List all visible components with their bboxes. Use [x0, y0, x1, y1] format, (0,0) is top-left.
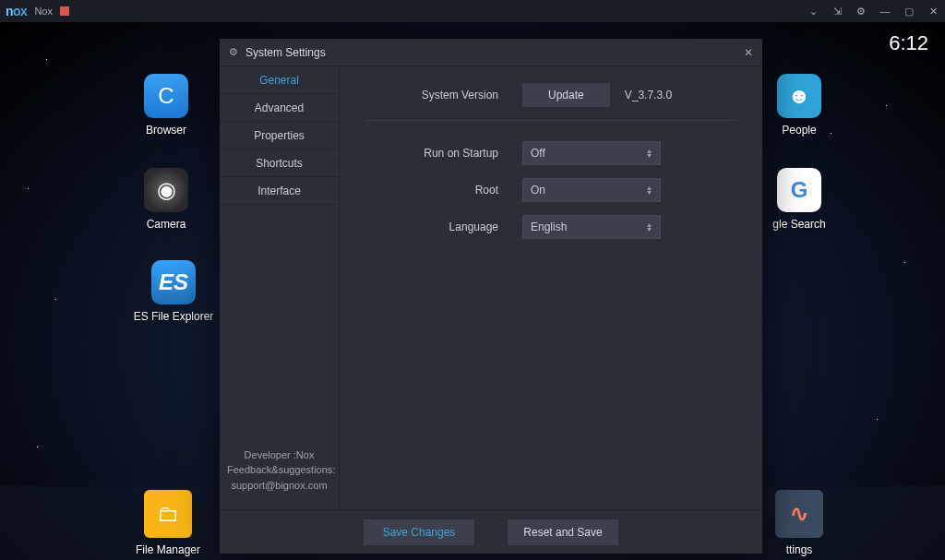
google-g-icon: G	[777, 168, 821, 212]
dropdown-root[interactable]: On ▲▼	[522, 178, 661, 202]
sidebar-item-label: Properties	[254, 129, 305, 142]
app-browser[interactable]: C Browser	[129, 74, 203, 137]
dialog-body: General Advanced Properties Shortcuts In…	[220, 66, 762, 509]
sidebar-item-advanced[interactable]: Advanced	[220, 94, 339, 122]
close-icon[interactable]: ✕	[927, 5, 939, 18]
dropdown-value: On	[531, 184, 545, 197]
feedback-label: Feedback&suggestions:	[227, 462, 331, 478]
sidebar-item-label: General	[259, 74, 299, 87]
settings-main: System Version Update V_3.7.3.0 Run on S…	[340, 66, 762, 509]
dialog-header: ⚙ System Settings ✕	[220, 39, 762, 66]
minimize-icon[interactable]: —	[879, 5, 891, 18]
sidebar-item-properties[interactable]: Properties	[220, 122, 339, 149]
close-icon[interactable]: ✕	[744, 46, 753, 59]
spinner-icon: ▲▼	[646, 185, 652, 195]
app-es-file-explorer[interactable]: ES ES File Explorer	[129, 260, 218, 323]
people-icon: ☻	[777, 74, 821, 118]
browser-icon: C	[144, 74, 188, 118]
desktop: 6:12 C Browser ◉ Camera ES ES File Explo…	[0, 22, 945, 560]
dropdown-run-on-startup[interactable]: Off ▲▼	[522, 141, 661, 165]
gear-icon[interactable]: ⚙	[855, 5, 867, 18]
es-icon: ES	[151, 260, 196, 304]
app-people[interactable]: ☻ People	[762, 74, 836, 137]
sidebar-item-shortcuts[interactable]: Shortcuts	[220, 149, 339, 177]
app-google-search[interactable]: G gle Search	[762, 168, 836, 231]
row-language: Language English ▲▼	[365, 215, 736, 239]
app-label: ES File Explorer	[129, 310, 218, 323]
titlebar-controls: ⌄ ⇲ ⚙ — ▢ ✕	[807, 5, 939, 18]
label-system-version: System Version	[365, 89, 522, 101]
sidebar-item-general[interactable]: General	[220, 66, 339, 94]
app-label: gle Search	[762, 218, 836, 231]
dialog-title: System Settings	[245, 46, 326, 59]
label-root: Root	[365, 184, 522, 197]
spinner-icon: ▲▼	[646, 149, 652, 158]
dock-label: ttings	[762, 543, 836, 556]
update-button[interactable]: Update	[522, 83, 610, 107]
row-run-on-startup: Run on Startup Off ▲▼	[365, 141, 736, 165]
app-label: People	[762, 124, 836, 137]
titlebar-left: nox Nox	[6, 4, 69, 18]
app-label: Camera	[129, 218, 203, 231]
button-label: Reset and Save	[523, 526, 602, 539]
sidebar-item-interface[interactable]: Interface	[220, 177, 339, 205]
dropdown-value: Off	[531, 147, 545, 160]
developer-text: Developer :Nox	[227, 447, 331, 463]
notification-badge-icon[interactable]	[60, 6, 69, 16]
reset-and-save-button[interactable]: Reset and Save	[508, 519, 618, 545]
sidebar-footer: Developer :Nox Feedback&suggestions: sup…	[220, 435, 339, 510]
sidebar-item-label: Advanced	[255, 101, 304, 114]
maximize-icon[interactable]: ▢	[903, 5, 915, 18]
titlebar-title: Nox	[34, 6, 53, 17]
pin-icon[interactable]: ⇲	[831, 5, 843, 18]
sliders-icon: ∿	[775, 490, 823, 538]
nox-logo: nox	[6, 4, 27, 18]
version-text: V_3.7.3.0	[625, 89, 672, 101]
clock: 6:12	[889, 31, 928, 55]
dropdown-language[interactable]: English ▲▼	[522, 215, 661, 239]
settings-sidebar: General Advanced Properties Shortcuts In…	[220, 66, 340, 509]
feedback-email: support@bignox.com	[227, 478, 331, 494]
button-label: Save Changes	[383, 526, 456, 539]
save-changes-button[interactable]: Save Changes	[364, 519, 474, 545]
folder-icon: 🗀	[144, 490, 192, 538]
chevron-down-icon[interactable]: ⌄	[807, 5, 819, 18]
titlebar: nox Nox ⌄ ⇲ ⚙ — ▢ ✕	[0, 0, 945, 22]
row-system-version: System Version Update V_3.7.3.0	[365, 83, 736, 107]
app-camera[interactable]: ◉ Camera	[129, 168, 203, 231]
spinner-icon: ▲▼	[646, 222, 652, 232]
system-settings-dialog: ⚙ System Settings ✕ General Advanced Pro…	[220, 39, 762, 554]
gear-icon: ⚙	[229, 46, 238, 58]
dropdown-value: English	[531, 220, 567, 233]
label-language: Language	[365, 220, 522, 233]
sidebar-item-label: Interface	[257, 185, 301, 197]
dock-label: File Manager	[131, 543, 205, 556]
dock-settings[interactable]: ∿ ttings	[762, 490, 836, 556]
dock-file-manager[interactable]: 🗀 File Manager	[131, 490, 205, 556]
app-label: Browser	[129, 124, 203, 137]
label-run-on-startup: Run on Startup	[365, 147, 522, 160]
row-root: Root On ▲▼	[365, 178, 736, 202]
dialog-footer: Save Changes Reset and Save	[220, 509, 762, 554]
sidebar-item-label: Shortcuts	[256, 157, 303, 170]
camera-icon: ◉	[144, 168, 188, 212]
separator	[365, 120, 736, 121]
